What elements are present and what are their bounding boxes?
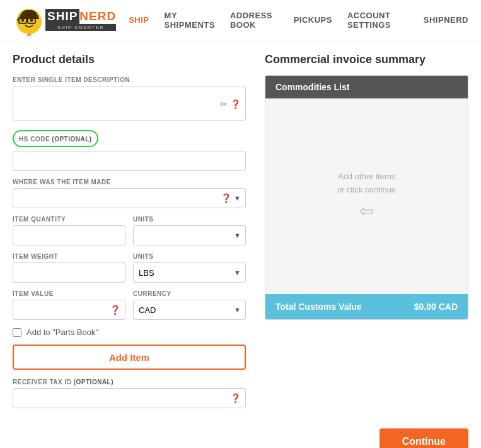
weight-units-col: UNITS LBS KG ▼	[133, 253, 246, 283]
hs-code-label-wrapper: HS CODE (OPTIONAL)	[13, 130, 98, 147]
where-made-wrapper: ❓ ▼	[13, 188, 246, 208]
invoice-title: Commercial invoice summary	[265, 53, 468, 66]
quantity-input[interactable]	[13, 225, 125, 245]
right-panel: Commercial invoice summary Commodities L…	[265, 53, 468, 416]
total-customs-row: Total Customs Value $0.00 CAD	[265, 294, 468, 319]
commodities-body: Add other items or click continue ⇦	[265, 98, 468, 294]
weight-row: ITEM WEIGHT UNITS LBS KG ▼	[13, 253, 246, 283]
weight-units-wrapper: LBS KG ▼	[133, 262, 246, 283]
where-made-label: WHERE WAS THE ITEM MADE	[13, 179, 246, 186]
empty-message-line2: or click continue	[337, 185, 396, 194]
logo-icon	[13, 4, 45, 37]
weight-input[interactable]	[13, 262, 125, 283]
quantity-units-select[interactable]	[133, 225, 246, 245]
currency-wrapper: CAD USD EUR GBP AUD ▼	[133, 300, 246, 320]
receiver-tax-input[interactable]	[13, 388, 246, 408]
add-item-button[interactable]: Add Item	[13, 345, 246, 370]
value-label: ITEM VALUE	[13, 290, 125, 297]
product-details-title: Product details	[13, 53, 246, 66]
weight-units-label: UNITS	[133, 253, 246, 260]
where-made-dropdown-icon[interactable]: ▼	[234, 194, 241, 202]
receiver-tax-wrapper: ❓	[13, 388, 246, 408]
description-textarea[interactable]	[13, 86, 246, 121]
brand-nerd: NERD	[79, 9, 116, 23]
where-made-help-icon[interactable]: ❓	[221, 193, 231, 203]
logo: SHIP NERD SHIP SMARTER	[13, 4, 116, 37]
currency-select[interactable]: CAD USD EUR GBP AUD	[133, 300, 246, 320]
brand-text: SHIP NERD SHIP SMARTER	[45, 9, 116, 31]
brand-ship: SHIP	[45, 9, 79, 24]
currency-label: CURRENCY	[133, 290, 246, 297]
commodities-box: Commodities List Add other items or clic…	[265, 75, 468, 320]
nav-link-my-shipments[interactable]: MY SHIPMENTS	[165, 11, 215, 30]
description-input-wrapper: ✂ ❓	[13, 86, 246, 122]
weight-label: ITEM WEIGHT	[13, 253, 125, 260]
description-icons: ✂ ❓	[220, 99, 241, 109]
value-help-icon[interactable]: ❓	[110, 305, 120, 315]
description-label: ENTER SINGLE ITEM DESCRIPTION	[13, 76, 246, 83]
quantity-row: ITEM QUANTITY UNITS ▼	[13, 216, 246, 245]
navbar: SHIP NERD SHIP SMARTER SHIP MY SHIPMENTS…	[0, 0, 481, 40]
description-help-icon[interactable]: ❓	[230, 99, 241, 109]
quantity-units-label: UNITS	[133, 216, 246, 223]
value-col: ITEM VALUE ❓	[13, 290, 125, 320]
total-customs-value: $0.00 CAD	[414, 302, 458, 312]
hs-code-input[interactable]	[13, 151, 246, 171]
where-made-group: WHERE WAS THE ITEM MADE ❓ ▼	[13, 179, 246, 208]
nav-link-shipnerd[interactable]: SHIPNERD	[424, 15, 468, 25]
value-input[interactable]	[13, 300, 125, 320]
left-panel: Product details ENTER SINGLE ITEM DESCRI…	[13, 53, 246, 416]
empty-message-line1: Add other items	[338, 172, 395, 181]
currency-col: CURRENCY CAD USD EUR GBP AUD ▼	[133, 290, 246, 320]
main-container: Product details ENTER SINGLE ITEM DESCRI…	[0, 40, 481, 428]
continue-button[interactable]: Continue	[380, 428, 468, 448]
quantity-col: ITEM QUANTITY	[13, 216, 125, 245]
commodities-header: Commodities List	[265, 76, 468, 98]
svg-line-4	[17, 20, 19, 20]
receiver-tax-label: RECEIVER TAX ID (OPTIONAL)	[13, 379, 246, 386]
svg-point-5	[21, 18, 25, 21]
continue-row: Continue	[0, 428, 481, 448]
quantity-label: ITEM QUANTITY	[13, 216, 125, 223]
arrow-left-icon: ⇦	[359, 201, 374, 221]
where-made-input[interactable]	[13, 188, 246, 208]
nav-link-address-book[interactable]: ADDRESS BOOK	[230, 11, 279, 30]
weight-col: ITEM WEIGHT	[13, 253, 125, 283]
nav-link-pickups[interactable]: PICKUPS	[294, 15, 332, 25]
where-made-icons: ❓ ▼	[221, 193, 241, 203]
brand-sub: SHIP SMARTER	[45, 24, 116, 31]
description-group: ENTER SINGLE ITEM DESCRIPTION ✂ ❓	[13, 76, 246, 122]
parts-book-checkbox[interactable]	[13, 328, 21, 337]
total-customs-label: Total Customs Value	[275, 302, 362, 312]
nav-links: SHIP MY SHIPMENTS ADDRESS BOOK PICKUPS A…	[129, 11, 468, 30]
quantity-units-wrapper: ▼	[133, 225, 246, 245]
receiver-tax-group: RECEIVER TAX ID (OPTIONAL) ❓	[13, 379, 246, 408]
svg-point-6	[30, 18, 33, 21]
value-row: ITEM VALUE ❓ CURRENCY CAD USD EUR GBP AU…	[13, 290, 246, 320]
hs-code-group: HS CODE (OPTIONAL)	[13, 130, 246, 171]
value-input-wrapper: ❓	[13, 300, 125, 320]
weight-units-select[interactable]: LBS KG	[133, 262, 246, 283]
hs-code-label: HS CODE (OPTIONAL)	[19, 136, 92, 143]
nav-link-account-settings[interactable]: ACCOUNT SETTINGS	[347, 11, 409, 30]
nav-link-ship[interactable]: SHIP	[129, 15, 149, 25]
receiver-tax-help-icon[interactable]: ❓	[230, 393, 241, 403]
parts-book-label[interactable]: Add to "Parts Book"	[26, 327, 98, 337]
parts-book-row: Add to "Parts Book"	[13, 327, 246, 337]
scissors-icon[interactable]: ✂	[220, 99, 228, 109]
quantity-units-col: UNITS ▼	[133, 216, 246, 245]
